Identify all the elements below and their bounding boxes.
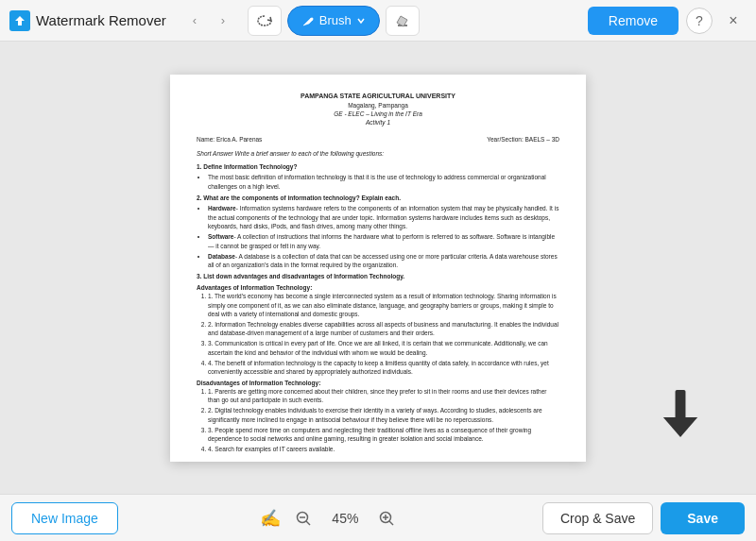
- back-button[interactable]: ‹: [181, 8, 208, 34]
- zoom-out-button[interactable]: [290, 505, 317, 532]
- brush-tool-button[interactable]: Brush: [287, 6, 380, 36]
- svg-point-0: [310, 17, 313, 20]
- app-title: Watermark Remover: [36, 12, 166, 28]
- document-content: PAMPANGA STATE AGRICULTURAL UNIVERSITY M…: [170, 75, 586, 462]
- app-logo: Watermark Remover: [9, 10, 166, 31]
- crop-save-button[interactable]: Crop & Save: [542, 502, 653, 534]
- document-view: PAMPANGA STATE AGRICULTURAL UNIVERSITY M…: [170, 75, 586, 462]
- doc-q1-text: 1. Define Information Technology?: [197, 162, 559, 171]
- nav-group: ‹ ›: [181, 8, 236, 34]
- doc-dis4: 4. Search for examples of IT careers ava…: [208, 445, 559, 453]
- tool-group: Brush: [248, 6, 580, 36]
- brush-label: Brush: [319, 13, 352, 27]
- svg-line-5: [306, 521, 310, 525]
- eraser-tool-button[interactable]: [386, 6, 420, 36]
- doc-dis1: 1. Parents are getting more concerned ab…: [208, 387, 559, 405]
- help-button[interactable]: ?: [686, 8, 713, 34]
- new-image-button[interactable]: New Image: [11, 502, 118, 534]
- svg-line-9: [389, 521, 393, 525]
- doc-course-line1: GE - ELEC – Living in the IT Era: [197, 110, 559, 118]
- doc-location: Magalang, Pampanga: [197, 101, 559, 110]
- doc-dis3: 3. People spend more time on computers a…: [208, 426, 559, 444]
- doc-name: Name: Erica A. Parenas: [197, 135, 262, 144]
- doc-q1: 1. Define Information Technology? The mo…: [197, 162, 559, 191]
- doc-meta: Name: Erica A. Parenas Year/Section: BAE…: [197, 135, 559, 144]
- save-button[interactable]: Save: [661, 502, 745, 534]
- doc-course-line2: Activity 1: [197, 118, 559, 127]
- doc-q3-text: 3. List down advantages and disadvantage…: [197, 272, 559, 280]
- doc-q2-database: Database- A database is a collection of …: [208, 252, 559, 270]
- forward-button[interactable]: ›: [210, 8, 236, 34]
- svg-rect-1: [676, 390, 686, 420]
- arrow-down-icon: [662, 390, 699, 437]
- doc-adv1: 1. The world's economy has become a sing…: [208, 292, 559, 318]
- doc-q1-answer: The most basic definition of information…: [208, 173, 559, 191]
- doc-dis2: 2. Digital technology enables individual…: [208, 406, 559, 424]
- zoom-in-button[interactable]: [373, 505, 400, 532]
- doc-short-answer-label: Short Answer Write a brief answer to eac…: [197, 149, 559, 158]
- bottom-right-actions: Crop & Save Save: [542, 502, 745, 534]
- doc-adv3: 3. Communication is critical in every pa…: [208, 339, 559, 357]
- hand-tool-icon[interactable]: ✍: [260, 508, 281, 529]
- doc-q2-text: 2. What are the components of informatio…: [197, 194, 559, 202]
- doc-q3: 3. List down advantages and disadvantage…: [197, 272, 559, 453]
- doc-adv2: 2. Information Technology enables divers…: [208, 320, 559, 338]
- main-canvas: PAMPANGA STATE AGRICULTURAL UNIVERSITY M…: [0, 42, 756, 494]
- doc-header: PAMPANGA STATE AGRICULTURAL UNIVERSITY M…: [197, 92, 559, 127]
- close-button[interactable]: ×: [720, 8, 747, 34]
- svg-marker-2: [663, 417, 697, 437]
- doc-year-section: Year/Section: BAELS – 3D: [487, 135, 559, 144]
- doc-q2-hardware: Hardware- Information systems hardware r…: [208, 204, 559, 230]
- toolbar: Watermark Remover ‹ › Brush: [0, 0, 756, 42]
- remove-button[interactable]: Remove: [588, 7, 679, 35]
- logo-icon: [9, 10, 30, 31]
- doc-disadvantages-title: Disadvantages of Information Technology:: [197, 379, 559, 387]
- doc-q2: 2. What are the components of informatio…: [197, 194, 559, 269]
- bottom-bar: New Image ✍ 45% Crop & Save Save: [0, 494, 756, 541]
- doc-q2-software: Software- A collection of instructions t…: [208, 232, 559, 250]
- zoom-level: 45%: [326, 511, 364, 526]
- doc-adv4: 4. The benefit of information technology…: [208, 359, 559, 377]
- lasso-tool-button[interactable]: [248, 6, 282, 36]
- doc-advantages-title: Advantages of Information Technology:: [197, 283, 559, 292]
- arrow-hint: [662, 390, 699, 437]
- zoom-controls: ✍ 45%: [260, 505, 400, 532]
- doc-university: PAMPANGA STATE AGRICULTURAL UNIVERSITY: [197, 92, 559, 101]
